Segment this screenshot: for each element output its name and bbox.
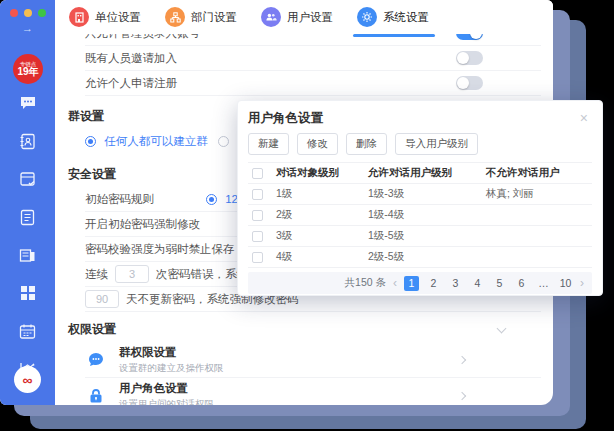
setting-row-self-register: 允许个人申请注册	[85, 71, 541, 96]
column-header: 允许对话用户级别	[364, 163, 482, 184]
sidebar-nav	[0, 92, 55, 380]
mail-icon[interactable]	[17, 244, 39, 266]
column-header: 不允许对话用户	[482, 163, 592, 184]
user-role-settings-modal: 用户角色设置 × 新建 修改 删除 导入用户级别 对话对象级别 允许对话用户级别…	[237, 100, 603, 296]
page-3[interactable]: 3	[448, 276, 463, 291]
radio-unselected-icon	[218, 136, 229, 147]
chat-icon[interactable]	[17, 92, 39, 114]
lock-count-input[interactable]: 3	[115, 265, 149, 283]
cell-disallowed-users	[482, 205, 592, 226]
tab-bar: 单位设置 部门设置 用户设置 系统设置	[55, 0, 553, 34]
expire-days-input[interactable]: 90	[85, 290, 119, 308]
app-logo: ∞	[14, 366, 41, 393]
table-row[interactable]: 2级 1级-4级	[248, 205, 592, 226]
badge-text-bottom: 19年	[17, 67, 38, 77]
tab-department-settings[interactable]: 部门设置	[165, 0, 237, 34]
next-page-icon[interactable]: ›	[580, 276, 584, 290]
toggle-invite-join[interactable]	[456, 51, 483, 65]
new-button[interactable]: 新建	[248, 133, 289, 155]
page-6[interactable]: 6	[514, 276, 529, 291]
page-5[interactable]: 5	[492, 276, 507, 291]
anniversary-badge: 专链点 19年	[13, 54, 43, 84]
perm-item-title: 用户角色设置	[119, 381, 214, 396]
calendar-icon[interactable]	[17, 320, 39, 342]
cell-allowed-range: 1级-3级	[364, 184, 482, 205]
modal-title: 用户角色设置	[248, 110, 323, 127]
setting-label: 允许个人申请注册	[85, 76, 177, 91]
close-window-button[interactable]	[10, 9, 18, 17]
cell-allowed-range: 1级-4级	[364, 205, 482, 226]
section-permission-settings: 权限设置	[68, 321, 553, 338]
table-row[interactable]: 4级 2级-5级	[248, 247, 592, 268]
minimize-window-button[interactable]	[24, 9, 32, 17]
table-row[interactable]: 1级 1级-3级 林真; 刘丽	[248, 184, 592, 205]
select-all-checkbox[interactable]	[252, 168, 263, 179]
tab-system-settings[interactable]: 系统设置	[357, 0, 429, 34]
perm-item-group[interactable]: 群权限设置 设置群的建立及操作权限	[85, 342, 541, 378]
tab-unit-settings[interactable]: 单位设置	[69, 0, 141, 34]
setting-label: 连续	[85, 267, 108, 282]
apps-grid-icon[interactable]	[17, 282, 39, 304]
column-header: 对话对象级别	[272, 163, 364, 184]
radio-anyone-create-group[interactable]: 任何人都可以建立群	[85, 134, 208, 149]
cell-allowed-range: 1级-5级	[364, 226, 482, 247]
toggle-self-register[interactable]	[456, 76, 483, 90]
radio-selected-icon	[206, 194, 217, 205]
window-traffic-lights[interactable]	[10, 9, 46, 17]
modal-header: 用户角色设置 ×	[248, 101, 592, 131]
collapse-arrow-icon[interactable]: →	[0, 22, 55, 34]
page-ellipsis[interactable]: …	[536, 276, 551, 291]
setting-row-invite-join: 既有人员邀请加入	[85, 46, 541, 71]
page-2[interactable]: 2	[426, 276, 441, 291]
users-icon	[261, 7, 281, 27]
cell-disallowed-users	[482, 247, 592, 268]
document-icon[interactable]	[17, 206, 39, 228]
import-user-level-button[interactable]: 导入用户级别	[395, 133, 478, 155]
tab-label: 用户设置	[287, 10, 333, 25]
lock-icon	[85, 385, 107, 405]
contacts-icon[interactable]	[17, 130, 39, 152]
setting-label: 密码校验强度为弱时禁止保存	[85, 242, 235, 257]
logo-glyph: ∞	[23, 372, 33, 388]
prev-page-icon[interactable]: ‹	[393, 276, 397, 290]
page-4[interactable]: 4	[470, 276, 485, 291]
cell-level: 2级	[272, 205, 364, 226]
delete-button[interactable]: 删除	[346, 133, 387, 155]
cell-level: 1级	[272, 184, 364, 205]
perm-item-text: 群权限设置 设置群的建立及操作权限	[119, 345, 224, 375]
perm-item-desc: 设置群的建立及操作权限	[119, 362, 224, 375]
page-10[interactable]: 10	[558, 276, 573, 291]
building-icon	[69, 7, 89, 27]
pagination-bar: 共150 条 ‹ 1 2 3 4 5 6 … 10 ›	[248, 272, 592, 294]
close-icon[interactable]: ×	[576, 109, 592, 127]
perm-item-title: 群权限设置	[119, 345, 224, 360]
section-title: 权限设置	[68, 322, 116, 336]
row-checkbox[interactable]	[252, 231, 263, 242]
perm-item-text: 用户角色设置 设置用户间的对话权限	[119, 381, 214, 405]
page-1[interactable]: 1	[404, 276, 419, 291]
org-chart-icon	[165, 7, 185, 27]
table-row[interactable]: 3级 1级-5级	[248, 226, 592, 247]
cell-disallowed-users	[482, 226, 592, 247]
tab-label: 单位设置	[95, 10, 141, 25]
radio-label: 任何人都可以建立群	[104, 135, 208, 147]
badge-text-top: 专链点	[20, 61, 36, 66]
approval-icon[interactable]	[17, 168, 39, 190]
gear-icon	[357, 7, 377, 27]
row-checkbox[interactable]	[252, 210, 263, 221]
radio-selected-icon	[85, 136, 96, 147]
row-checkbox[interactable]	[252, 252, 263, 263]
chevron-down-icon[interactable]	[497, 324, 507, 334]
tab-label: 系统设置	[383, 10, 429, 25]
zoom-window-button[interactable]	[38, 9, 46, 17]
tab-user-settings[interactable]: 用户设置	[261, 0, 333, 34]
perm-item-user-role[interactable]: 用户角色设置 设置用户间的对话权限	[85, 378, 541, 405]
perm-item-desc: 设置用户间的对话权限	[119, 398, 214, 405]
row-checkbox[interactable]	[252, 189, 263, 200]
cell-allowed-range: 2级-5级	[364, 247, 482, 268]
setting-label: 既有人员邀请加入	[85, 51, 177, 66]
modify-button[interactable]: 修改	[297, 133, 338, 155]
total-count: 共150 条	[345, 276, 386, 290]
cell-level: 3级	[272, 226, 364, 247]
setting-label: 初始密码规则	[85, 192, 154, 207]
